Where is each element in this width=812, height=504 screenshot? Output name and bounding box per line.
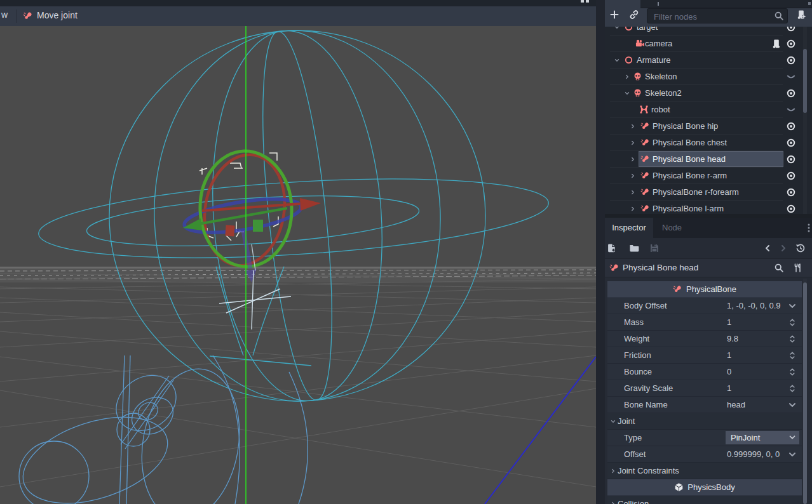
- stepper-icon[interactable]: [787, 334, 797, 344]
- chevron-down-icon[interactable]: [787, 301, 797, 311]
- viewport-toolbar: w Move joint: [0, 6, 596, 27]
- chevron-right-icon[interactable]: [610, 468, 616, 474]
- tree-node-camera[interactable]: camera: [605, 36, 812, 52]
- chevron-right-icon[interactable]: [624, 74, 630, 80]
- group-label: Collision: [618, 499, 649, 504]
- node-label: target: [637, 27, 658, 32]
- group-collision[interactable]: Collision: [607, 496, 802, 504]
- tree-node-skeleton2[interactable]: Skeleton2: [605, 85, 812, 102]
- eye-icon[interactable]: [786, 121, 796, 131]
- 3d-viewport[interactable]: [0, 26, 596, 504]
- dock-menu-icon[interactable]: [804, 223, 812, 233]
- eye-icon[interactable]: [786, 171, 796, 181]
- stepper-icon[interactable]: [787, 383, 797, 394]
- add-node-button[interactable]: [609, 10, 619, 20]
- stepper-icon[interactable]: [787, 350, 797, 361]
- search-icon: [774, 11, 784, 21]
- attach-script-button[interactable]: [796, 10, 806, 20]
- eye-closed-icon[interactable]: [786, 106, 796, 116]
- chevron-right-icon[interactable]: [630, 156, 636, 162]
- tree-node-physical-bone-chest[interactable]: Physical Bone chest: [605, 135, 812, 151]
- filter-nodes-input[interactable]: [653, 10, 769, 23]
- eye-icon[interactable]: [786, 187, 796, 197]
- chevron-down-icon[interactable]: [610, 418, 616, 425]
- chevron-right-icon[interactable]: [630, 123, 636, 129]
- gizmo-z-plane-handle[interactable]: [253, 220, 263, 232]
- property-value[interactable]: 1: [727, 317, 731, 327]
- filter-nodes-field[interactable]: [647, 8, 788, 23]
- tree-node-physicalbone-r-forearm[interactable]: PhysicalBone r-forearm: [605, 184, 812, 201]
- property-value[interactable]: 9.8: [727, 334, 738, 343]
- tab-inspector[interactable]: Inspector: [605, 218, 653, 238]
- tree-node-skeleton[interactable]: Skeleton: [605, 69, 812, 85]
- joint-type-dropdown[interactable]: PinJoint: [726, 431, 799, 444]
- tab-node[interactable]: Node: [662, 218, 682, 238]
- viewport-background: [0, 26, 596, 504]
- object-history-icon[interactable]: [795, 243, 806, 253]
- node-label: Physical Bone hip: [653, 121, 718, 131]
- tree-node-target[interactable]: target: [605, 27, 812, 36]
- gizmo-x-plane-handle[interactable]: [225, 225, 234, 237]
- node-label: Skeleton2: [645, 88, 682, 98]
- tree-node-armature[interactable]: Armature: [605, 52, 812, 69]
- group-label: Joint: [618, 416, 635, 426]
- history-forward-icon[interactable]: [778, 243, 788, 253]
- property-value[interactable]: 0.999999, 0, 0: [727, 449, 780, 459]
- node-label: robot: [651, 105, 670, 114]
- chevron-right-icon[interactable]: [630, 189, 636, 196]
- chevron-right-icon[interactable]: [610, 501, 616, 504]
- load-resource-icon[interactable]: [629, 243, 639, 253]
- new-resource-icon[interactable]: [607, 243, 617, 253]
- history-back-icon[interactable]: [762, 243, 773, 253]
- clipped-menu-label[interactable]: w: [1, 10, 8, 20]
- chevron-down-icon[interactable]: [614, 27, 620, 30]
- tree-node-physical-bone-hip[interactable]: Physical Bone hip: [605, 118, 812, 135]
- eye-icon[interactable]: [786, 154, 796, 164]
- property-row-mass: Mass 1: [607, 314, 802, 331]
- eye-icon[interactable]: [786, 138, 796, 148]
- property-row-body-offset: Body Offset 1, -0, -0, 0, 0.9: [607, 298, 802, 314]
- stepper-icon[interactable]: [787, 317, 797, 328]
- scene-tree: target camera Armature: [605, 27, 812, 214]
- inspector-scrollbar-thumb[interactable]: [803, 282, 807, 504]
- property-label: Bounce: [624, 367, 652, 376]
- inspector-tools-icon[interactable]: [793, 263, 803, 273]
- dock-gap: [596, 0, 605, 504]
- chevron-right-icon[interactable]: [630, 206, 636, 212]
- eye-icon[interactable]: [786, 55, 796, 65]
- eye-icon[interactable]: [786, 88, 796, 98]
- chevron-down-icon[interactable]: [787, 400, 797, 410]
- save-resource-icon[interactable]: [649, 243, 660, 253]
- property-value[interactable]: 0: [727, 367, 731, 376]
- node-label: Physical Bone r-arm: [653, 171, 727, 180]
- tree-node-robot[interactable]: robot: [605, 102, 812, 118]
- tree-node-physical-bone-head[interactable]: Physical Bone head: [605, 151, 812, 168]
- eye-icon[interactable]: [786, 204, 796, 214]
- eye-closed-icon[interactable]: [786, 73, 796, 83]
- clipped-glyph: [581, 0, 584, 3]
- chevron-right-icon[interactable]: [630, 140, 636, 146]
- property-label: Friction: [624, 350, 651, 360]
- tree-node-physicalbone-l-arm[interactable]: PhysicalBone l-arm: [605, 201, 812, 214]
- property-value[interactable]: 1: [727, 383, 731, 393]
- group-joint-constraints[interactable]: Joint Constraints: [607, 463, 802, 479]
- instance-scene-button[interactable]: [629, 10, 639, 20]
- chevron-down-icon[interactable]: [614, 57, 620, 63]
- filter-properties-icon[interactable]: [774, 263, 784, 273]
- chevron-down-icon[interactable]: [624, 90, 630, 96]
- property-value[interactable]: head: [727, 400, 745, 409]
- bone-icon: [640, 171, 650, 180]
- viewport-canvas[interactable]: [0, 26, 596, 504]
- eye-icon[interactable]: [786, 39, 796, 49]
- eye-icon[interactable]: [786, 27, 796, 32]
- stepper-icon[interactable]: [787, 367, 797, 377]
- property-value[interactable]: 1: [727, 350, 731, 360]
- chevron-down-icon[interactable]: [787, 449, 797, 460]
- property-label: Offset: [624, 449, 646, 459]
- tree-scrollbar-thumb[interactable]: [803, 49, 807, 113]
- property-value[interactable]: 1, -0, -0, 0, 0.9: [727, 301, 781, 310]
- chevron-right-icon[interactable]: [630, 173, 636, 179]
- group-joint[interactable]: Joint: [607, 413, 802, 430]
- script-icon[interactable]: [771, 39, 782, 49]
- tree-node-physical-bone-r-arm[interactable]: Physical Bone r-arm: [605, 168, 812, 184]
